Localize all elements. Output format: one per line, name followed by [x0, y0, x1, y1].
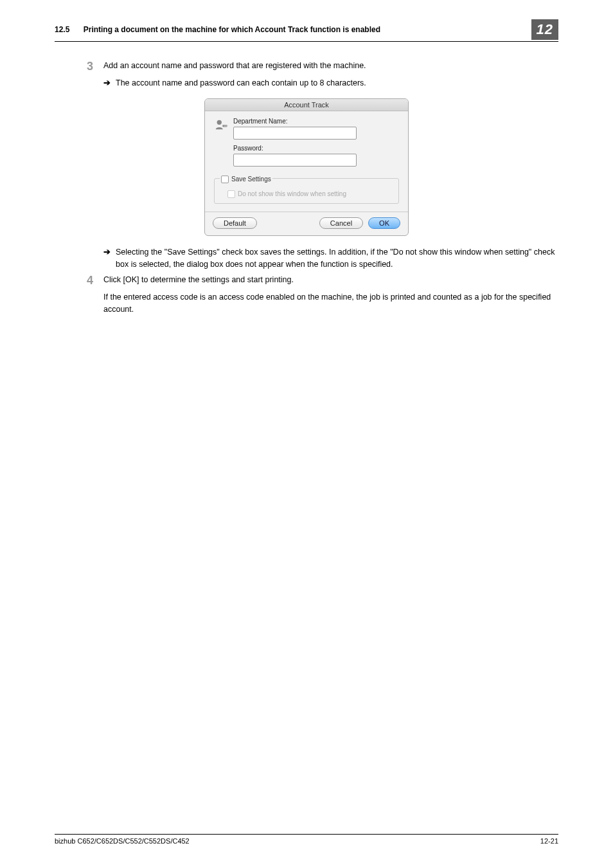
svg-point-2	[223, 125, 224, 127]
save-settings-group: Save Settings Do not show this window wh…	[214, 178, 399, 204]
save-settings-checkbox[interactable]	[221, 176, 229, 183]
chapter-badge: 12	[531, 19, 558, 40]
section-title: Printing a document on the machine for w…	[84, 25, 380, 34]
sub-text: The account name and password can each c…	[116, 77, 366, 89]
step-4: 4 Click [OK] to determine the settings a…	[87, 274, 558, 315]
default-button[interactable]: Default	[213, 217, 257, 229]
arrow-icon: ➔	[103, 246, 111, 271]
page-header: 12.5 Printing a document on the machine …	[55, 19, 558, 42]
step-text-a: Click [OK] to determine the settings and…	[103, 274, 558, 286]
step-3-subpoint-a: ➔ The account name and password can each…	[103, 77, 558, 89]
dialog-title: Account Track	[205, 99, 408, 111]
save-settings-label: Save Settings	[231, 176, 271, 183]
step-text-b: If the entered access code is an access …	[103, 291, 558, 316]
arrow-icon: ➔	[103, 77, 111, 89]
do-not-show-checkbox[interactable]	[227, 190, 235, 198]
footer-model: bizhub C652/C652DS/C552/C552DS/C452	[55, 837, 190, 845]
sub-text: Selecting the "Save Settings" check box …	[116, 246, 558, 271]
step-number: 3	[87, 60, 103, 73]
account-track-dialog: Account Track Department Name:	[204, 98, 409, 236]
department-name-input[interactable]	[233, 127, 357, 140]
password-input[interactable]	[233, 154, 357, 167]
user-key-icon	[214, 118, 228, 132]
department-name-label: Department Name:	[233, 118, 399, 125]
step-number: 4	[87, 274, 103, 287]
ok-button[interactable]: OK	[368, 217, 400, 229]
step-3-subpoint-b: ➔ Selecting the "Save Settings" check bo…	[103, 246, 558, 271]
password-label: Password:	[233, 145, 399, 152]
page-footer: bizhub C652/C652DS/C552/C552DS/C452 12-2…	[55, 834, 558, 845]
step-3: 3 Add an account name and password that …	[87, 60, 558, 73]
svg-point-0	[217, 120, 222, 124]
cancel-button[interactable]: Cancel	[319, 217, 363, 229]
header-title: 12.5 Printing a document on the machine …	[55, 25, 380, 34]
step-text: Add an account name and password that ar…	[103, 60, 558, 72]
footer-page: 12-21	[540, 837, 558, 845]
section-number: 12.5	[55, 25, 69, 34]
do-not-show-label: Do not show this window when setting	[238, 190, 346, 197]
